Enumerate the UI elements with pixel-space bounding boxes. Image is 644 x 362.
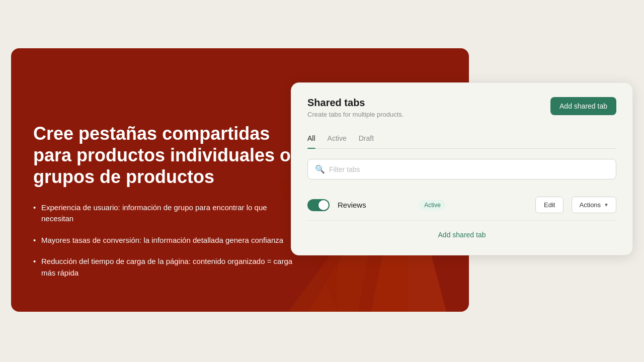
red-card-bullets: Experiencia de usuario: información de g… xyxy=(33,202,295,279)
status-badge: Active xyxy=(419,200,446,211)
toggle-track[interactable] xyxy=(307,199,330,211)
chevron-down-icon: ▼ xyxy=(604,202,609,208)
tab-all[interactable]: All xyxy=(307,130,315,148)
search-box: 🔍 xyxy=(307,159,616,179)
bullet-1: Experiencia de usuario: información de g… xyxy=(33,202,295,225)
add-shared-tab-button[interactable]: Add shared tab xyxy=(550,97,616,115)
bullet-3: Reducción del tiempo de carga de la pági… xyxy=(33,256,295,279)
tabs-row: All Active Draft xyxy=(307,130,616,149)
bullet-2: Mayores tasas de conversión: la informac… xyxy=(33,235,295,246)
panel-subtitle: Create tabs for multiple products. xyxy=(307,111,404,118)
tab-list-item: Reviews Active Edit Actions ▼ xyxy=(307,190,616,221)
tab-item-name: Reviews xyxy=(338,201,411,209)
actions-button[interactable]: Actions ▼ xyxy=(572,197,616,213)
red-card-content: Cree pestañas compartidas para productos… xyxy=(33,123,295,279)
tab-active[interactable]: Active xyxy=(328,130,347,148)
actions-label: Actions xyxy=(579,201,601,209)
panel-title: Shared tabs xyxy=(307,97,404,109)
shared-tabs-panel: Shared tabs Create tabs for multiple pro… xyxy=(291,82,633,255)
red-card-title: Cree pestañas compartidas para productos… xyxy=(33,123,295,188)
panel-header-text: Shared tabs Create tabs for multiple pro… xyxy=(307,97,404,118)
search-icon: 🔍 xyxy=(315,164,325,174)
search-input[interactable] xyxy=(329,165,609,173)
toggle-thumb xyxy=(318,200,329,210)
add-shared-tab-link[interactable]: Add shared tab xyxy=(307,221,616,241)
tab-draft[interactable]: Draft xyxy=(359,130,374,148)
panel-header: Shared tabs Create tabs for multiple pro… xyxy=(307,97,616,118)
toggle-wrapper[interactable] xyxy=(307,199,330,211)
page-wrapper: Cree pestañas compartidas para productos… xyxy=(0,0,644,362)
edit-button[interactable]: Edit xyxy=(535,197,564,213)
